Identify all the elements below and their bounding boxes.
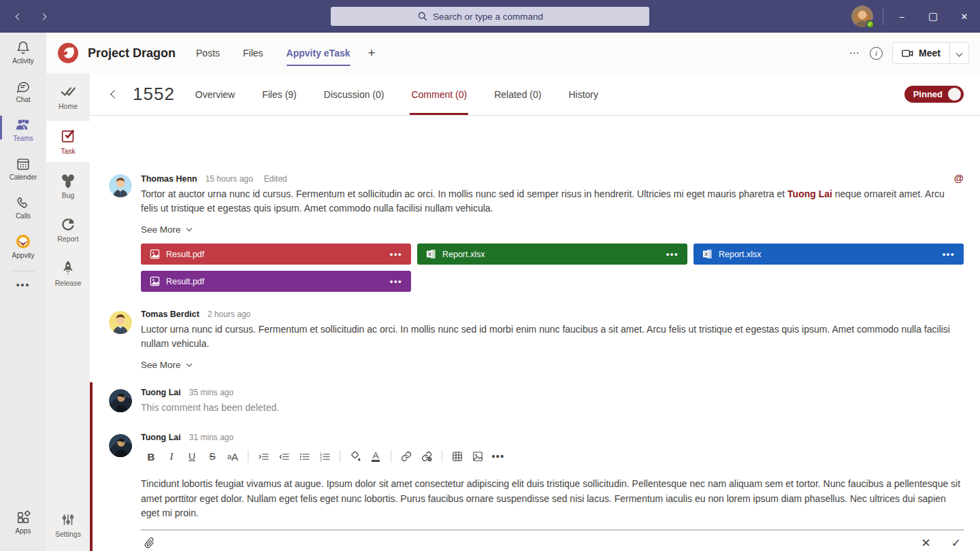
comment-item: Tuong Lai 35 mins ago This comment has b… (109, 388, 964, 415)
attachment-more-button[interactable]: ••• (943, 249, 955, 259)
see-more-button[interactable]: See More (141, 360, 191, 370)
attachment-chip[interactable]: Report.xlsx ••• (417, 244, 687, 265)
mention-link[interactable]: Tuong Lai (787, 188, 832, 199)
module-item-bug[interactable]: Bug (46, 167, 90, 205)
comment-list: Thomas Henn 15 hours ago Edited @ Tortor… (90, 116, 980, 550)
chevron-right-icon (39, 13, 46, 20)
tab-posts[interactable]: Posts (196, 33, 220, 73)
sidebar-item-appvity[interactable]: Appvity (0, 227, 46, 265)
strikethrough-button[interactable]: S (202, 447, 223, 466)
search-input[interactable] (433, 12, 562, 22)
bullet-list-button[interactable] (294, 447, 314, 466)
pinned-label: Pinned (913, 89, 943, 99)
avatar[interactable] (109, 174, 132, 197)
editor-textarea[interactable]: Tincidunt lobortis feugiat vivamus at au… (141, 477, 964, 521)
tab-history[interactable]: History (568, 73, 598, 115)
sidebar-item-chat[interactable]: Chat (0, 71, 46, 110)
back-button[interactable] (109, 88, 120, 100)
indent-button[interactable] (274, 447, 294, 466)
meet-split-button: Meet (892, 42, 969, 64)
maximize-button[interactable]: ▢ (917, 0, 949, 33)
sidebar-item-calendar[interactable]: Calender (0, 149, 46, 188)
minimize-button[interactable]: – (886, 0, 917, 33)
module-item-report[interactable]: Report (46, 211, 90, 249)
italic-button[interactable]: I (161, 447, 182, 466)
more-apps-button[interactable]: ••• (0, 271, 46, 299)
tab-overview[interactable]: Overview (195, 73, 235, 115)
module-item-task[interactable]: Task (46, 121, 90, 162)
see-more-button[interactable]: See More (141, 224, 191, 235)
titlebar-controls: ✓ – ▢ ✕ (851, 0, 980, 33)
attachment-name: Report.xlsx (442, 250, 485, 259)
bold-button[interactable]: B (141, 447, 161, 466)
tab-related[interactable]: Related (0) (494, 73, 541, 115)
attachment-name: Result.pdf (166, 277, 204, 286)
editor-more-button[interactable]: ••• (488, 447, 508, 466)
mention-at-icon[interactable]: @ (954, 173, 964, 184)
comment-author: Tomas Berdict (141, 310, 199, 319)
task-icon (60, 128, 76, 144)
paperclip-icon (144, 537, 156, 550)
sidebar-item-calls[interactable]: Calls (0, 188, 46, 227)
sidebar-item-label: Activity (12, 57, 34, 65)
forward-nav-button[interactable] (34, 7, 52, 25)
module-item-label: Home (59, 102, 78, 110)
close-button[interactable]: ✕ (949, 0, 980, 33)
tab-discussion[interactable]: Discussion (0) (324, 73, 385, 115)
attachment-more-button[interactable]: ••• (390, 276, 402, 286)
attach-file-button[interactable] (144, 537, 156, 550)
outdent-button[interactable] (253, 447, 274, 466)
pinned-toggle[interactable]: Pinned (904, 86, 964, 103)
user-avatar[interactable]: ✓ (851, 5, 873, 27)
avatar[interactable] (109, 311, 132, 334)
cancel-edit-button[interactable]: ✕ (921, 536, 931, 550)
module-item-settings[interactable]: Settings (46, 506, 90, 544)
insert-table-button[interactable] (447, 447, 468, 466)
numbered-list-icon: 123 (319, 452, 331, 462)
unlink-icon (421, 451, 433, 462)
toggle-knob (948, 88, 961, 101)
comment-text-segment: Tortor at auctor urna nunc id cursus. Fe… (141, 188, 787, 199)
attachment-chip[interactable]: Result.pdf ••• (141, 244, 411, 265)
link-button[interactable] (396, 447, 416, 466)
attachment-chip[interactable]: Report.xlsx ••• (693, 244, 964, 265)
excel-file-icon (426, 249, 436, 259)
command-search[interactable] (331, 7, 649, 26)
tab-appvity-etask[interactable]: Appvity eTask (287, 33, 350, 73)
insert-image-button[interactable] (468, 447, 488, 466)
highlight-icon (350, 451, 361, 462)
font-size-button[interactable]: aA (223, 447, 243, 466)
attachment-more-button[interactable]: ••• (390, 249, 402, 259)
sidebar-item-label: Teams (13, 135, 33, 142)
highlight-button[interactable] (345, 447, 365, 466)
tab-comment[interactable]: Comment (0) (411, 73, 467, 115)
meet-dropdown-button[interactable] (949, 43, 968, 63)
save-comment-button[interactable]: ✓ (951, 536, 961, 550)
meet-button[interactable]: Meet (893, 43, 949, 63)
avatar[interactable] (109, 389, 132, 412)
font-color-button[interactable]: A (365, 447, 386, 466)
add-tab-button[interactable]: + (368, 46, 376, 61)
avatar[interactable] (109, 434, 132, 457)
module-item-release[interactable]: Release (46, 254, 90, 293)
sidebar-item-teams[interactable]: Teams (0, 110, 46, 149)
back-nav-button[interactable] (10, 7, 27, 25)
report-icon (61, 217, 76, 232)
toolbar-divider (340, 450, 340, 463)
more-options-button[interactable]: ⋯ (849, 47, 861, 59)
presence-available-icon: ✓ (866, 20, 875, 29)
module-item-label: Settings (55, 530, 81, 538)
team-logo-dragon (58, 43, 78, 63)
sidebar-item-activity[interactable]: Activity (0, 33, 46, 71)
attachment-chip[interactable]: Result.pdf ••• (141, 271, 411, 292)
unlink-button[interactable] (416, 447, 437, 466)
sidebar-item-apps[interactable]: Apps (0, 503, 46, 541)
tab-files[interactable]: Files (9) (262, 73, 297, 115)
numbered-list-button[interactable]: 123 (314, 447, 335, 466)
info-button[interactable]: i (870, 47, 883, 60)
module-item-home[interactable]: Home (46, 79, 90, 117)
tab-files[interactable]: Files (243, 33, 263, 73)
underline-button[interactable]: U (182, 447, 202, 466)
appvity-icon (15, 233, 31, 250)
attachment-more-button[interactable]: ••• (666, 249, 679, 259)
